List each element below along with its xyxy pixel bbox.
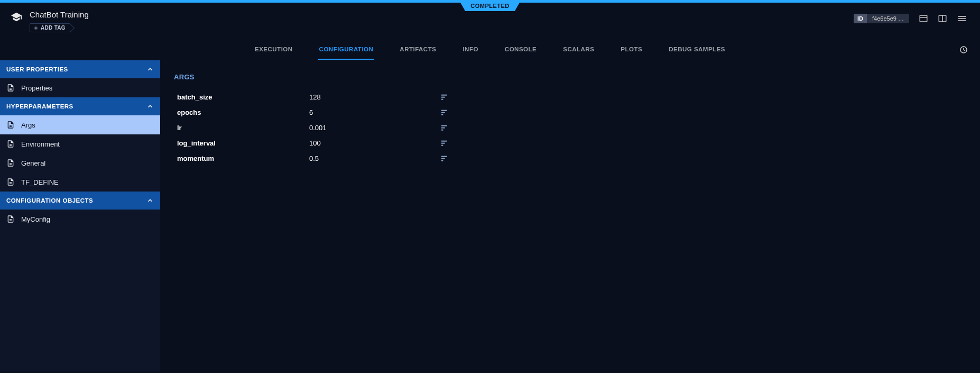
- tab-plots[interactable]: PLOTS: [620, 40, 643, 60]
- content: ARGS batch_size128epochs6lr0.001log_inte…: [160, 60, 980, 371]
- sidebar-item-label: General: [21, 159, 45, 167]
- id-chip-value: f4e6e5e9 …: [867, 14, 909, 23]
- svg-rect-17: [441, 94, 447, 95]
- param-row: momentum0.5: [174, 151, 966, 166]
- plus-icon: [33, 25, 39, 31]
- param-value: 100: [309, 139, 441, 147]
- param-value: 0.001: [309, 124, 441, 132]
- param-name: batch_size: [177, 93, 309, 101]
- experiment-icon: [11, 11, 22, 23]
- sidebar-item-properties[interactable]: Properties: [0, 78, 160, 97]
- sidebar-item-args[interactable]: Args: [0, 115, 160, 134]
- svg-rect-30: [441, 158, 445, 159]
- id-chip[interactable]: ID f4e6e5e9 …: [854, 14, 909, 23]
- document-icon: [6, 140, 15, 148]
- sidebar-item-myconfig[interactable]: MyConfig: [0, 210, 160, 229]
- svg-rect-19: [441, 98, 443, 99]
- chevron-up-icon: [146, 66, 154, 73]
- svg-rect-18: [441, 96, 445, 97]
- layout-icon[interactable]: [938, 14, 947, 23]
- tab-console[interactable]: CONSOLE: [504, 40, 538, 60]
- param-value: 6: [309, 108, 441, 116]
- param-row: log_interval100: [174, 135, 966, 151]
- tab-debug-samples[interactable]: DEBUG SAMPLES: [668, 40, 726, 60]
- svg-rect-31: [441, 160, 443, 161]
- refresh-icon[interactable]: [959, 45, 968, 54]
- svg-rect-28: [441, 144, 443, 145]
- sort-icon[interactable]: [441, 125, 463, 131]
- tab-scalars[interactable]: SCALARS: [562, 40, 595, 60]
- sidebar-item-label: Properties: [21, 84, 52, 92]
- tab-artifacts[interactable]: ARTIFACTS: [399, 40, 437, 60]
- svg-rect-24: [441, 127, 445, 128]
- svg-rect-23: [441, 125, 447, 126]
- add-tag-button[interactable]: ADD TAG: [30, 23, 70, 32]
- page-title: ChatBot Training: [30, 10, 89, 19]
- tabs: EXECUTIONCONFIGURATIONARTIFACTSINFOCONSO…: [0, 40, 980, 60]
- sort-icon[interactable]: [441, 156, 463, 162]
- document-icon: [6, 84, 15, 92]
- sidebar-item-environment[interactable]: Environment: [0, 134, 160, 153]
- document-icon: [6, 159, 15, 167]
- svg-rect-20: [441, 110, 447, 111]
- sort-icon[interactable]: [441, 140, 463, 147]
- param-name: epochs: [177, 108, 309, 116]
- sidebar-item-label: MyConfig: [21, 215, 50, 223]
- content-section-title: ARGS: [174, 73, 966, 81]
- sidebar-item-label: Environment: [21, 140, 60, 148]
- chevron-up-icon: [146, 197, 154, 204]
- add-tag-label: ADD TAG: [41, 25, 66, 31]
- sidebar-item-label: TF_DEFINE: [21, 178, 59, 186]
- document-icon: [6, 178, 15, 186]
- tab-info[interactable]: INFO: [461, 40, 479, 60]
- sidebar-item-general[interactable]: General: [0, 153, 160, 172]
- id-chip-label: ID: [854, 14, 867, 23]
- param-value: 0.5: [309, 154, 441, 162]
- param-name: lr: [177, 124, 309, 132]
- svg-rect-27: [441, 142, 445, 143]
- param-name: momentum: [177, 154, 309, 162]
- section-configuration-objects[interactable]: CONFIGURATION OBJECTS: [0, 192, 160, 210]
- section-user-properties[interactable]: USER PROPERTIES: [0, 60, 160, 78]
- svg-rect-25: [441, 129, 443, 130]
- svg-rect-21: [441, 112, 445, 113]
- param-list: batch_size128epochs6lr0.001log_interval1…: [174, 89, 966, 166]
- sidebar: USER PROPERTIESPropertiesHYPERPARAMETERS…: [0, 60, 160, 371]
- menu-icon[interactable]: [957, 13, 967, 24]
- param-row: epochs6: [174, 105, 966, 120]
- status-badge: COMPLETED: [459, 0, 521, 11]
- document-icon: [6, 121, 15, 129]
- svg-rect-22: [441, 114, 443, 115]
- tab-configuration[interactable]: CONFIGURATION: [318, 40, 375, 60]
- sidebar-item-label: Args: [21, 121, 35, 129]
- param-value: 128: [309, 93, 441, 101]
- svg-rect-0: [920, 15, 927, 22]
- sort-icon[interactable]: [441, 94, 463, 101]
- section-hyperparameters[interactable]: HYPERPARAMETERS: [0, 97, 160, 115]
- svg-rect-26: [441, 140, 447, 141]
- svg-rect-29: [441, 156, 447, 157]
- document-icon: [6, 215, 15, 223]
- chevron-up-icon: [146, 103, 154, 110]
- tab-execution[interactable]: EXECUTION: [254, 40, 294, 60]
- param-row: batch_size128: [174, 89, 966, 105]
- param-row: lr0.001: [174, 120, 966, 135]
- panel-icon[interactable]: [919, 14, 928, 23]
- sidebar-item-tf_define[interactable]: TF_DEFINE: [0, 172, 160, 192]
- sort-icon[interactable]: [441, 110, 463, 116]
- param-name: log_interval: [177, 139, 309, 147]
